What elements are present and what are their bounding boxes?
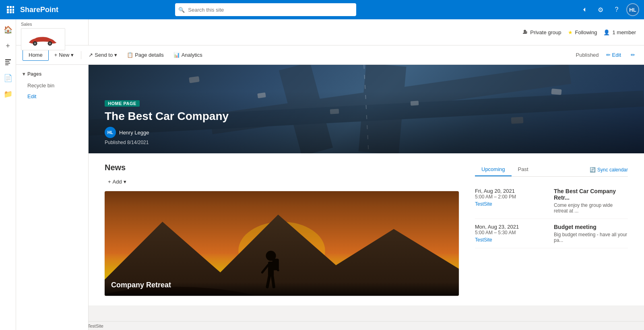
news-card[interactable]: Company Retreat [105,191,459,296]
new-chevron-icon: ▾ [71,52,74,58]
members-icon: 👤 [603,29,610,35]
back-icon[interactable] [578,3,591,16]
chevron-down-icon: ▾ [23,71,25,77]
following-item[interactable]: ★ Following [568,29,597,35]
edit-pencil-icon: ✏ [606,52,611,58]
edit-button[interactable]: ✏ Edit [604,50,623,60]
pages-section-header: ▾ Pages [16,68,88,80]
add-chevron-icon: ▾ [124,179,126,185]
nav-separator-1 [81,51,81,59]
pages-icon[interactable]: 📄 [1,71,15,85]
add-news-button[interactable]: + Add ▾ [105,177,130,186]
private-group-label: Private group [530,29,561,35]
event-item-2: Mon, Aug 23, 2021 5:00 AM – 5:30 AM Test… [475,219,628,248]
edit-alt-icon: ✏ [631,52,635,58]
status-bar: https://citizenbuilders.sharepoint.com/s… [0,321,644,330]
new-label: New [59,52,69,58]
event-2-date-block: Mon, Aug 23, 2021 5:00 AM – 5:30 AM Test… [475,224,547,243]
sync-calendar-button[interactable]: 🔄 Sync calendar [590,167,628,173]
feed-icon[interactable] [1,55,15,69]
event-1-title: The Best Car Company Retr... [554,188,628,201]
search-input[interactable] [175,3,356,16]
left-sidebar: 🏠 + 📄 📁 [0,19,16,330]
svg-rect-2 [12,6,14,8]
svg-rect-8 [12,11,14,13]
page-details-icon: 📋 [127,52,133,58]
new-button[interactable]: + New ▾ [50,50,78,60]
main-content: HOME PAGE The Best Car Company HL Henry … [89,65,644,330]
event-2-link[interactable]: TestSite [475,237,547,243]
topbar-right-actions: ⚙ ? HL [578,3,639,16]
sync-icon: 🔄 [590,167,596,173]
sync-label: Sync calendar [597,167,628,173]
svg-rect-10 [5,61,9,62]
news-section: News + Add ▾ [105,163,459,296]
plus-icon: + [54,52,58,58]
site-name-label: Sales [21,22,83,27]
event-item-1: Fri, Aug 20, 2021 5:00 AM – 2:00 PM Test… [475,183,628,219]
waffle-icon[interactable] [5,4,16,15]
svg-rect-0 [7,6,9,8]
following-label: Following [575,29,597,35]
search-bar: 🔍 [175,3,356,16]
add-label: Add [113,179,122,185]
recycle-bin-link[interactable]: Recycle bin [16,80,88,91]
past-tab[interactable]: Past [512,163,535,176]
event-2-title: Budget meeting [554,224,628,230]
content-area: News + Add ▾ [89,153,644,305]
news-card-title: Company Retreat [111,281,452,289]
news-card-image: Company Retreat [105,191,459,296]
svg-rect-12 [5,64,8,65]
svg-rect-3 [7,9,9,11]
event-1-link[interactable]: TestSite [475,201,547,207]
members-item[interactable]: 👤 1 member [603,29,636,35]
left-nav-panel: ▾ Pages Recycle bin Edit [16,65,89,330]
settings-icon[interactable]: ⚙ [594,3,607,16]
svg-rect-5 [12,9,14,11]
send-icon: ↗ [89,52,93,58]
svg-rect-6 [7,11,9,13]
event-1-info: The Best Car Company Retr... Come enjoy … [554,188,628,214]
svg-point-16 [49,42,51,44]
svg-point-14 [34,42,36,44]
hero-author-avatar: HL [105,127,116,138]
hero-banner: HOME PAGE The Best Car Company HL Henry … [89,65,644,153]
page-details-button[interactable]: 📋 Page details [123,50,168,60]
app-name[interactable]: SharePoint [20,6,58,14]
event-2-info: Budget meeting Big budget meeting - have… [554,224,628,243]
news-card-overlay: Company Retreat [105,273,459,296]
events-section: Upcoming Past 🔄 Sync calendar Fri, Aug 2… [475,163,628,296]
help-icon[interactable]: ? [610,3,623,16]
hero-published-date: Published 8/14/2021 [105,140,628,145]
analytics-label: Analytics [182,52,202,58]
site-logo [21,28,65,50]
docs-icon[interactable]: 📁 [1,87,15,101]
follow-icon[interactable]: + [1,39,15,53]
upcoming-tab[interactable]: Upcoming [475,163,512,176]
add-plus-icon: + [108,179,111,185]
hero-author-name: Henry Legge [119,130,149,136]
analytics-icon: 📊 [173,52,180,58]
pages-label: Pages [27,71,41,77]
nav-bar: Home + New ▾ ↗ Send to ▾ 📋 Page details … [16,45,644,65]
site-meta-bar: Sales Private group ★ Following 👤 1 memb… [16,19,644,45]
svg-rect-11 [5,63,10,64]
event-1-date-block: Fri, Aug 20, 2021 5:00 AM – 2:00 PM Test… [475,188,547,214]
analytics-button[interactable]: 📊 Analytics [169,50,206,60]
hero-overlay: HOME PAGE The Best Car Company HL Henry … [89,91,644,153]
edit-nav-link[interactable]: Edit [16,91,88,102]
event-2-time: 5:00 AM – 5:30 AM [475,230,547,235]
edit-label: Edit [612,52,621,58]
avatar[interactable]: HL [626,3,639,16]
star-icon: ★ [568,29,573,35]
home-icon[interactable]: 🏠 [1,23,15,37]
private-group-item: Private group [522,29,561,35]
event-1-desc: Come enjoy the group wide retreat at ... [554,202,628,214]
page-details-label: Page details [135,52,164,58]
edit-alt-button[interactable]: ✏ [628,50,638,60]
send-to-button[interactable]: ↗ Send to ▾ [85,50,121,60]
members-label: 1 member [612,29,636,35]
hero-author: HL Henry Legge [105,127,628,138]
send-to-label: Send to [95,52,113,58]
home-nav-button[interactable]: Home [23,49,49,61]
